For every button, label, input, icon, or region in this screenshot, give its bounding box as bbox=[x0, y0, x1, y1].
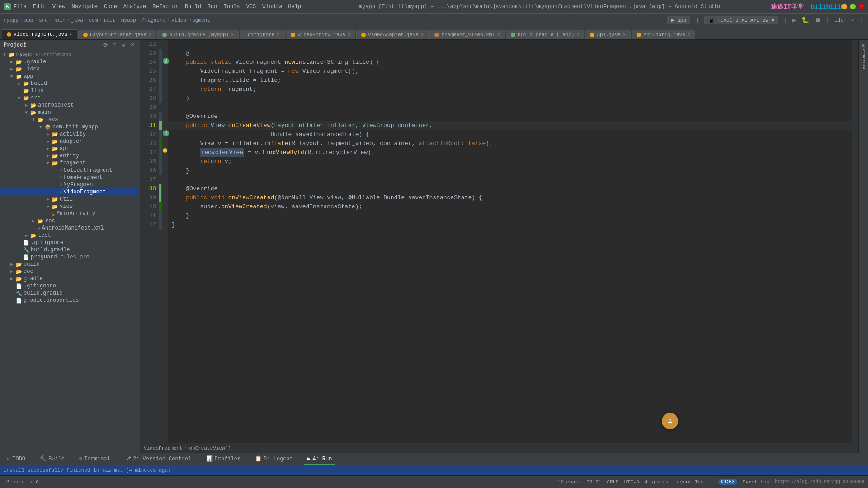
tab-build-gradle-myapp[interactable]: build.gradle (myapp) × bbox=[157, 30, 239, 39]
tab-close-8[interactable]: × bbox=[576, 33, 579, 38]
tree-item-collectfragment[interactable]: ○ CollectFragment bbox=[0, 167, 140, 174]
tree-item-myapp[interactable]: ▼ 📁 myapp E:\ttit\myapp bbox=[0, 51, 140, 58]
tree-item-gradle-properties[interactable]: 📄 gradle.properties bbox=[0, 297, 140, 304]
right-tool-2[interactable]: Structure bbox=[859, 54, 868, 62]
status-event-log[interactable]: Event Log bbox=[743, 479, 769, 485]
menu-refactor[interactable]: Refactor bbox=[152, 4, 179, 10]
tree-item-mainactivity[interactable]: ☕ MainActivity bbox=[0, 210, 140, 217]
tree-item-entity[interactable]: ▶ 📂 entity bbox=[0, 152, 140, 160]
maximize-button[interactable]: □ bbox=[850, 4, 856, 9]
menu-help[interactable]: Help bbox=[288, 4, 301, 10]
tree-item-idea[interactable]: ▶ 📂 .idea bbox=[0, 66, 140, 73]
status-encoding[interactable]: UTF-8 bbox=[624, 479, 639, 485]
scroll-gutter[interactable] bbox=[852, 40, 858, 443]
tree-item-homefragment[interactable]: ○ HomeFragment bbox=[0, 174, 140, 181]
menu-analyze[interactable]: Analyze bbox=[123, 4, 146, 10]
tab-videoentity[interactable]: VideoEntity.java × bbox=[286, 30, 355, 39]
tab-apiconfig-java[interactable]: ApiConfig.java × bbox=[632, 30, 695, 39]
bottom-tab-run[interactable]: ▶ 4: Run bbox=[304, 454, 335, 465]
tree-item-activity[interactable]: ▶ 📂 activity bbox=[0, 131, 140, 138]
tree-item-main[interactable]: ▼ 📂 main bbox=[0, 109, 140, 116]
code-area[interactable]: 22 23 24 25 26 27 28 29 30 31 32 33 34 3… bbox=[140, 40, 858, 443]
menu-navigate[interactable]: Navigate bbox=[71, 4, 98, 10]
tab-close-7[interactable]: × bbox=[497, 33, 500, 38]
menu-build[interactable]: Build bbox=[185, 4, 201, 10]
breadcrumb-method[interactable]: onCreateView() bbox=[189, 446, 231, 451]
tab-close-5[interactable]: × bbox=[348, 33, 350, 38]
tree-item-doc[interactable]: ▶ 📂 doc bbox=[0, 268, 140, 275]
tree-item-build-gradle-root[interactable]: 🔧 build.gradle bbox=[0, 290, 140, 297]
bottom-tab-profiler[interactable]: 📊 Profiler bbox=[203, 454, 245, 465]
tree-item-videofragment[interactable]: ○ VideoFragment bbox=[0, 188, 140, 196]
menu-run[interactable]: Run bbox=[208, 4, 217, 10]
bottom-tab-todo[interactable]: ☑ TODO bbox=[4, 454, 29, 465]
nav-ttit[interactable]: ttit bbox=[104, 18, 115, 23]
minimize-button[interactable]: − bbox=[841, 4, 847, 9]
tab-close-3[interactable]: × bbox=[231, 33, 234, 38]
tab-layoutinflater[interactable]: LayoutInflater.java × bbox=[78, 30, 156, 39]
nav-myapp[interactable]: myapp bbox=[4, 18, 19, 23]
close-button[interactable]: × bbox=[859, 4, 864, 9]
tree-item-myfragment[interactable]: ○ MyFragment bbox=[0, 181, 140, 188]
nav-main[interactable]: main bbox=[53, 18, 65, 23]
bottom-tab-version-control[interactable]: ⎇ 2: Version Control bbox=[121, 454, 195, 465]
tree-item-gitignore-root[interactable]: 📄 .gitignore bbox=[0, 282, 140, 290]
tab-close-9[interactable]: × bbox=[623, 33, 626, 38]
stop-btn[interactable]: ⏹ bbox=[815, 17, 821, 24]
debug-btn[interactable]: 🐛 bbox=[802, 16, 809, 24]
tree-item-src[interactable]: ▼ 📂 src bbox=[0, 94, 140, 102]
menu-window[interactable]: Window bbox=[262, 4, 282, 10]
tab-api-java[interactable]: Api.java × bbox=[585, 30, 631, 39]
tree-item-java[interactable]: ▼ 📂 java bbox=[0, 116, 140, 123]
breadcrumb-class[interactable]: VideoFragment bbox=[144, 446, 183, 451]
tree-item-gradle-root[interactable]: ▶ 📂 gradle bbox=[0, 275, 140, 282]
status-position[interactable]: 33:21 bbox=[586, 479, 601, 485]
status-chars[interactable]: 12 chars bbox=[557, 479, 581, 485]
device-btn[interactable]: 📱 Pixel 3 XL API 29 ▼ bbox=[704, 16, 778, 24]
tree-item-build-gradle-app[interactable]: 🔧 build.gradle bbox=[0, 246, 140, 253]
floating-info-button[interactable]: i bbox=[662, 413, 678, 429]
menu-edit[interactable]: Edit bbox=[33, 4, 46, 10]
nav-myapp2[interactable]: myapp bbox=[121, 18, 136, 23]
tree-item-libs[interactable]: 📂 libs bbox=[0, 87, 140, 94]
status-git[interactable]: ⎇ main bbox=[4, 479, 24, 485]
nav-app[interactable]: app bbox=[24, 18, 33, 23]
nav-com[interactable]: com bbox=[89, 18, 98, 23]
status-indent[interactable]: 4 spaces bbox=[645, 479, 669, 485]
nav-videofragment[interactable]: VideoFragment bbox=[171, 18, 210, 23]
status-layout[interactable]: Layout Ins... bbox=[674, 479, 713, 485]
tab-videoadapter[interactable]: VideoAdapter.java × bbox=[356, 30, 429, 39]
nav-java[interactable]: java bbox=[71, 18, 83, 23]
menu-file[interactable]: File bbox=[14, 4, 27, 10]
menu-vcs[interactable]: VCS bbox=[246, 4, 256, 10]
settings-btn[interactable]: ⚙ bbox=[120, 42, 127, 49]
bottom-tab-build[interactable]: 🔨 Build bbox=[36, 454, 68, 465]
code-lines[interactable]: @ public static VideoFragment newInstanc… bbox=[168, 40, 852, 443]
tree-item-app[interactable]: ▼ 📁 app bbox=[0, 73, 140, 80]
tree-item-androidtest[interactable]: ▶ 📂 androidTest bbox=[0, 102, 140, 109]
tab-close-1[interactable]: × bbox=[70, 32, 72, 37]
tree-item-gradle[interactable]: ▶ 📂 .gradle bbox=[0, 58, 140, 66]
tab-close-6[interactable]: × bbox=[421, 33, 424, 38]
nav-fragment[interactable]: fragment bbox=[142, 18, 166, 23]
tree-item-fragment[interactable]: ▼ 📂 fragment bbox=[0, 160, 140, 167]
menu-tools[interactable]: Tools bbox=[224, 4, 240, 10]
bottom-tab-terminal[interactable]: ⌨ Terminal bbox=[75, 454, 114, 465]
bottom-tab-logcat[interactable]: 📋 5: Logcat bbox=[251, 454, 297, 465]
tree-item-view[interactable]: ▶ 📂 view bbox=[0, 203, 140, 210]
tree-item-build[interactable]: ▶ 📂 build bbox=[0, 80, 140, 87]
run-btn[interactable]: ▶ bbox=[792, 16, 796, 24]
status-warnings[interactable]: ⚠ 0 bbox=[30, 479, 39, 485]
nav-src[interactable]: src bbox=[39, 18, 48, 23]
tab-fragment-video-xml[interactable]: fragment_video.xml × bbox=[429, 30, 505, 39]
status-crlf[interactable]: CRLF bbox=[607, 479, 618, 485]
collapse-btn[interactable]: ≡ bbox=[111, 42, 118, 49]
tree-item-proguard[interactable]: 📄 proguard-rules.pro bbox=[0, 253, 140, 261]
tab-close-4[interactable]: × bbox=[277, 33, 279, 38]
tab-close-10[interactable]: × bbox=[688, 33, 690, 38]
tree-item-api[interactable]: ▶ 📂 api bbox=[0, 145, 140, 152]
close-sidebar-btn[interactable]: × bbox=[129, 42, 136, 49]
tab-videofragment-java[interactable]: VideoFragment.java × bbox=[2, 29, 77, 39]
tree-item-util[interactable]: ▶ 📂 util bbox=[0, 196, 140, 203]
tree-item-test[interactable]: ▶ 📂 test bbox=[0, 232, 140, 239]
